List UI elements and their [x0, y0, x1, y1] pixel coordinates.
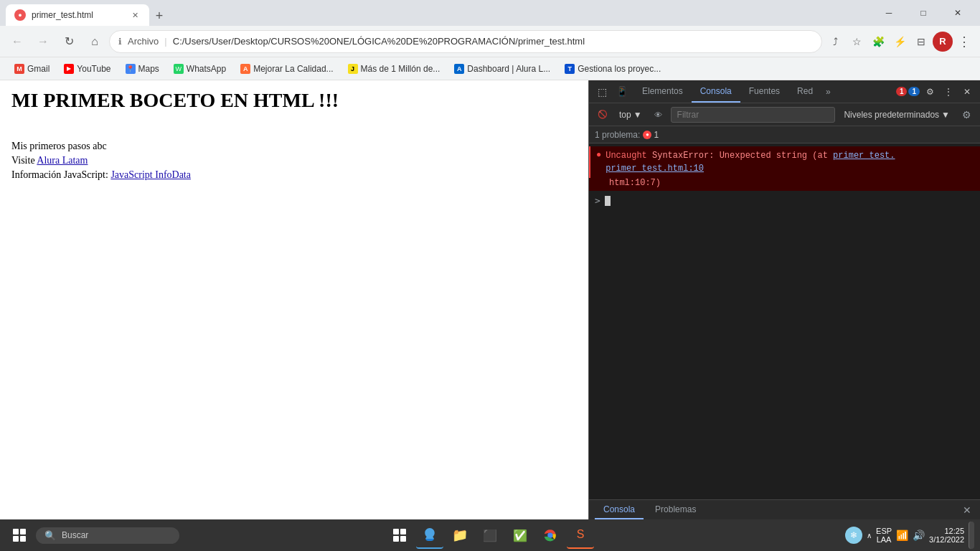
address-bar[interactable]: ℹ Archivo | C:/Users/User/Desktop/CURSOS…	[109, 30, 822, 53]
task-view-icon	[393, 529, 406, 542]
eye-button[interactable]: 👁	[651, 107, 666, 123]
maps-icon: 📍	[126, 64, 136, 74]
bookmark-maps-label: Maps	[138, 64, 159, 74]
javascript-infodata-link[interactable]: JavaScript InfoData	[110, 169, 191, 180]
error-location: html:10:7)	[609, 178, 661, 188]
context-selector[interactable]: top ▼	[615, 108, 646, 121]
close-tab-button[interactable]: ✕	[129, 9, 141, 21]
task-view-button[interactable]	[386, 522, 413, 549]
devtools-tabs-more[interactable]: »	[821, 87, 835, 97]
show-desktop-button[interactable]	[969, 522, 974, 549]
paragraph-3: Información JavaScript: JavaScript InfoD…	[11, 169, 577, 181]
weather-widget[interactable]: ❄	[845, 527, 862, 544]
wifi-icon[interactable]: 📶	[896, 529, 908, 541]
taskbar-chrome-button[interactable]	[537, 522, 564, 549]
console-filter-input[interactable]	[671, 107, 836, 123]
bottom-tab-consola[interactable]: Consola	[595, 501, 644, 519]
taskbar-terminal-button[interactable]: ⬛	[476, 522, 504, 549]
extensions-button[interactable]: ⚡	[890, 32, 910, 52]
whatsapp-icon: W	[174, 64, 184, 74]
bottom-tab-problemas[interactable]: Problemas	[646, 501, 705, 519]
taskbar-fileexplorer-button[interactable]: 📁	[446, 522, 473, 549]
console-output[interactable]: ● Uncaught SyntaxError: Unexpected strin…	[589, 143, 980, 499]
maximize-button[interactable]: □	[907, 1, 940, 24]
devtools-bottom-close-button[interactable]: ✕	[960, 503, 974, 517]
home-button[interactable]: ⌂	[83, 30, 106, 53]
bottom-tab-consola-label: Consola	[603, 504, 635, 514]
console-settings-button[interactable]: ⚙	[958, 107, 974, 123]
alura-latam-link[interactable]: Alura Latam	[37, 155, 88, 166]
bookmark-button[interactable]: ☆	[847, 32, 867, 52]
profile-button[interactable]: R	[933, 32, 953, 52]
devtools-tab-red[interactable]: Red	[788, 81, 821, 103]
device-toolbar-button[interactable]: 📱	[613, 83, 631, 100]
taskbar-edge-button[interactable]	[416, 522, 443, 549]
bookmark-dashboard-label: Dashboard | Alura L...	[467, 64, 550, 74]
devtools-tab-elementos[interactable]: Elementos	[633, 81, 692, 103]
start-button[interactable]	[6, 522, 33, 549]
bookmark-gmail[interactable]: M Gmail	[9, 62, 55, 75]
console-input-line[interactable]: >	[589, 191, 980, 210]
devtools-tab-consola-label: Consola	[700, 86, 732, 96]
error-circle-icon: ●	[596, 150, 601, 160]
devtools-dock-button[interactable]: ⋮	[940, 83, 957, 100]
error-message-text: Uncaught SyntaxError: Unexpected string …	[606, 149, 974, 175]
context-label: top	[619, 110, 631, 120]
close-button[interactable]: ✕	[941, 1, 974, 24]
refresh-button[interactable]: ↻	[57, 30, 80, 53]
taskbar-center: 📁 ⬛ ✅ S	[386, 522, 594, 549]
gestiona-icon: T	[565, 64, 575, 74]
clock-date: 3/12/2022	[929, 535, 964, 544]
taskbar-search-label: Buscar	[62, 530, 88, 540]
taskbar-sublime-button[interactable]: S	[567, 522, 594, 549]
menu-button[interactable]: ⋮	[954, 32, 974, 52]
forward-button[interactable]: →	[32, 30, 55, 53]
devtools-tab-consola[interactable]: Consola	[692, 81, 740, 103]
bookmark-whatsapp[interactable]: W WhatsApp	[168, 62, 232, 75]
error-file-link1[interactable]: primer_test.	[833, 151, 895, 161]
error-dot-icon: ●	[643, 131, 651, 139]
log-levels-label: Niveles predeterminados	[844, 110, 939, 120]
cast-button[interactable]: ⊟	[911, 32, 931, 52]
minimize-button[interactable]: ─	[872, 1, 905, 24]
taskbar: 🔍 Buscar	[0, 519, 980, 551]
error-file-link2[interactable]: primer_test.html:10	[606, 164, 704, 174]
taskbar-search[interactable]: 🔍 Buscar	[36, 527, 179, 544]
tray-expand-button[interactable]: ∧	[867, 532, 872, 540]
svg-point-4	[547, 532, 553, 538]
security-icon: ℹ	[118, 37, 122, 47]
bookmark-alura-mejorar[interactable]: A Mejorar La Calidad...	[235, 62, 339, 75]
page-title: MI PRIMER BOCETO EN HTML !!!	[11, 89, 577, 112]
devtools-tab-fuentes[interactable]: Fuentes	[740, 81, 788, 103]
new-tab-button[interactable]: +	[149, 6, 169, 26]
devtools-settings-button[interactable]: ⚙	[921, 83, 938, 100]
active-tab[interactable]: ● primer_test.html ✕	[6, 4, 149, 26]
protocol-label: Archivo	[128, 36, 159, 47]
error-description: Unexpected string (at	[720, 151, 833, 161]
bottom-tab-problemas-label: Problemas	[655, 504, 696, 514]
warning-badge: 1	[908, 87, 920, 96]
console-clear-button[interactable]: 🚫	[595, 107, 611, 123]
devtools-panel: ⬚ 📱 Elementos Consola Fuentes Red	[588, 80, 980, 519]
share-button[interactable]: ⤴	[825, 32, 845, 52]
bookmark-dashboard[interactable]: A Dashboard | Alura L...	[448, 62, 556, 75]
extension-puzzle-icon[interactable]: 🧩	[868, 32, 888, 52]
inspect-element-button[interactable]: ⬚	[593, 83, 611, 100]
bookmarks-bar: M Gmail ▶ YouTube 📍 Maps W WhatsApp A Me…	[0, 57, 980, 80]
bookmark-maps[interactable]: 📍 Maps	[120, 62, 165, 75]
taskbar-right: ❄ ∧ ESP LAA 📶 🔊 12:25 3/12/2022	[845, 522, 974, 549]
terminal-icon: ⬛	[483, 529, 497, 542]
taskbar-clock[interactable]: 12:25 3/12/2022	[929, 527, 964, 544]
language-indicator[interactable]: ESP LAA	[876, 527, 892, 544]
back-button[interactable]: ←	[6, 30, 29, 53]
volume-icon[interactable]: 🔊	[913, 529, 925, 541]
devtools-close-button[interactable]: ✕	[958, 83, 976, 100]
bookmark-million[interactable]: J Más de 1 Millón de...	[342, 62, 446, 75]
taskbar-todo-button[interactable]: ✅	[507, 522, 534, 549]
log-levels-selector[interactable]: Niveles predeterminados ▼	[839, 108, 954, 121]
nav-actions: ⤴ ☆ 🧩 ⚡ ⊟ R ⋮	[825, 32, 974, 52]
bookmark-alura-mejorar-label: Mejorar La Calidad...	[253, 64, 333, 74]
language-line1: ESP	[876, 527, 892, 535]
bookmark-youtube[interactable]: ▶ YouTube	[58, 62, 116, 75]
bookmark-gestiona[interactable]: T Gestiona los proyec...	[559, 62, 666, 75]
